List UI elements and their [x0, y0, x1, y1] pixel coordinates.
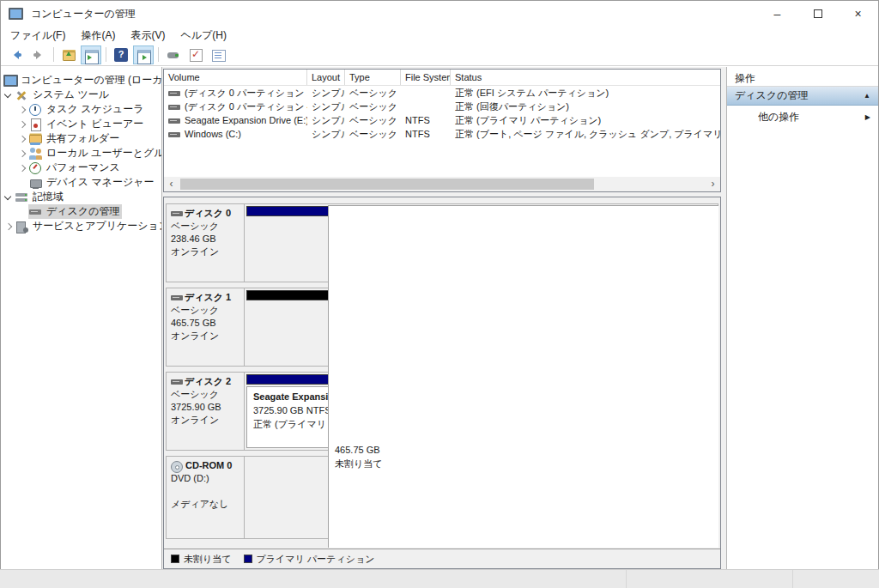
up-folder-button[interactable]	[58, 45, 79, 64]
menu-view[interactable]: 表示(V)	[123, 27, 173, 45]
device-button[interactable]	[163, 45, 184, 64]
main-area: コンピューターの管理 (ローカル)システム ツールタスク スケジューライベント …	[1, 67, 878, 569]
disk-detail-line: ベーシック	[171, 388, 242, 401]
disk-label-disk-2[interactable]: ディスク 2ベーシック3725.90 GBオンライン	[167, 373, 245, 450]
scroll-right-arrow[interactable]: ›	[706, 178, 720, 191]
tree-item-label: ローカル ユーザーとグループ	[46, 146, 162, 161]
cell-text: ベーシック	[349, 114, 397, 127]
minimize-button[interactable]: –	[757, 1, 797, 27]
disk-name: ディスク 1	[171, 291, 242, 304]
partition-color-bar	[246, 206, 330, 216]
cell-text: 正常 (ブート, ページ ファイル, クラッシュ ダンプ, プライマリ パーティ…	[455, 128, 721, 141]
tree-item-system-tools[interactable]: システム ツール	[1, 88, 161, 102]
tree-item-label: サービスとアプリケーション	[33, 219, 162, 233]
legend-label: 未割り当て	[184, 553, 232, 566]
actions-pane: 操作 ディスクの管理 ▲ 他の操作 ▶	[726, 67, 878, 569]
disk-label-disk-0[interactable]: ディスク 0ベーシック238.46 GBオンライン	[167, 204, 245, 282]
volume-row[interactable]: Windows (C:)シンプルベーシックNTFS正常 (ブート, ページ ファ…	[164, 127, 720, 141]
disk-label-cdrom-0[interactable]: CD-ROM 0DVD (D:) メディアなし	[167, 457, 245, 538]
menu-help[interactable]: ヘルプ(H)	[173, 27, 234, 45]
collapse-arrow-icon[interactable]: ▲	[864, 92, 870, 100]
expander-collapsed-icon[interactable]	[16, 134, 28, 144]
disk-detail-line: メディアなし	[171, 498, 242, 511]
expander-collapsed-icon[interactable]	[16, 119, 28, 130]
expander-collapsed-icon[interactable]	[16, 163, 28, 173]
cell-text: 正常 (回復パーティション)	[455, 100, 569, 113]
partition[interactable]: 260 MB正常 (EFI システム パーティション)	[246, 206, 330, 280]
tree-item-disk-management[interactable]: ディスクの管理	[1, 204, 161, 219]
tree-item-content: ディスクの管理	[28, 204, 122, 219]
cell-layout: シンプル	[307, 87, 345, 100]
tree-item-content: イベント ビューアー	[28, 117, 146, 131]
close-button[interactable]: ×	[838, 1, 878, 27]
disk-name-text: CD-ROM 0	[185, 459, 232, 472]
cell-volume: (ディスク 0 パーティション 1)	[164, 87, 307, 100]
scrollbar-thumb[interactable]	[180, 179, 594, 190]
cell-text: 正常 (EFI システム パーティション)	[455, 87, 609, 100]
tree-item-task-scheduler[interactable]: タスク スケジューラ	[1, 102, 161, 117]
volume-table-header: VolumeLayoutTypeFile SystemStatus	[164, 70, 720, 86]
volume-drive-icon	[168, 118, 180, 125]
legend-item: プライマリ パーティション	[244, 553, 375, 566]
help-button[interactable]	[111, 45, 131, 64]
tree-item-content: 共有フォルダー	[28, 131, 122, 146]
expander-expanded-icon[interactable]	[3, 90, 15, 100]
cell-text: 正常 (プライマリ パーティション)	[455, 114, 601, 127]
column-header-status[interactable]: Status	[451, 70, 721, 85]
tree-item-storage[interactable]: 記憶域	[1, 190, 161, 204]
more-actions-item[interactable]: 他の操作 ▶	[727, 106, 878, 128]
actions-pane-title: 操作	[727, 67, 878, 87]
expander-expanded-icon[interactable]	[3, 192, 15, 203]
menu-action[interactable]: 操作(A)	[73, 27, 123, 45]
tree-item-label: デバイス マネージャー	[46, 175, 155, 190]
action-pane-toggle-button[interactable]	[133, 45, 154, 64]
menu-bar: ファイル(F)操作(A)表示(V)ヘルプ(H)	[1, 27, 878, 44]
legend-item: 未割り当て	[171, 553, 232, 566]
disk-detail-line: ベーシック	[171, 304, 242, 317]
column-header-volume[interactable]: Volume	[164, 70, 307, 85]
cell-text: ベーシック	[349, 100, 397, 113]
tree-item-label: システム ツール	[33, 88, 109, 102]
tree-item-event-viewer[interactable]: イベント ビューアー	[1, 117, 161, 131]
center-pane: VolumeLayoutTypeFile SystemStatus (ディスク …	[163, 67, 721, 569]
menu-file[interactable]: ファイル(F)	[3, 27, 73, 45]
column-header-layout[interactable]: Layout	[307, 70, 345, 85]
volume-row[interactable]: (ディスク 0 パーティション 1)シンプルベーシック正常 (EFI システム …	[164, 86, 720, 100]
tree-item-device-manager[interactable]: デバイス マネージャー	[1, 175, 161, 190]
tree-item-local-users-groups[interactable]: ローカル ユーザーとグループ	[1, 146, 161, 161]
actions-section-disk-management[interactable]: ディスクの管理 ▲	[727, 87, 878, 106]
taskbar-strip	[0, 569, 879, 588]
back-button[interactable]	[6, 45, 27, 64]
tree-item-performance[interactable]: パフォーマンス	[1, 161, 161, 175]
list-icon	[211, 48, 225, 62]
tree-item-computer-management-root[interactable]: コンピューターの管理 (ローカル)	[1, 73, 161, 88]
check-button[interactable]	[185, 45, 206, 64]
tree-item-services-applications[interactable]: サービスとアプリケーション	[1, 219, 161, 233]
cell-status: 正常 (プライマリ パーティション)	[451, 114, 721, 127]
volume-row[interactable]: (ディスク 0 パーティション 4)シンプルベーシック正常 (回復パーティション…	[164, 100, 720, 113]
scroll-left-arrow[interactable]: ‹	[164, 178, 179, 191]
shared-folder-icon	[29, 133, 42, 145]
expander-collapsed-icon[interactable]	[16, 105, 28, 115]
maximize-button[interactable]	[797, 1, 838, 27]
partition[interactable]: 465.75 GB未割り当て	[246, 290, 658, 364]
disk-detail-line	[171, 485, 242, 498]
expander-collapsed-icon[interactable]	[3, 221, 15, 232]
console-tree-toggle-button[interactable]	[81, 45, 101, 64]
expander-collapsed-icon[interactable]	[16, 149, 28, 159]
disk-name-text: ディスク 2	[185, 375, 231, 388]
maximize-icon	[814, 9, 822, 18]
forward-button[interactable]	[28, 45, 49, 64]
disk-label-disk-1[interactable]: ディスク 1ベーシック465.75 GBオンライン	[167, 288, 245, 366]
column-header-file-system[interactable]: File System	[401, 70, 451, 85]
column-header-type[interactable]: Type	[345, 70, 401, 85]
tree-item-content: システム ツール	[15, 88, 112, 102]
properties-list-button[interactable]	[208, 45, 228, 64]
tree-item-label: タスク スケジューラ	[46, 102, 144, 117]
cell-text: シンプル	[312, 128, 345, 141]
action-window-icon	[136, 48, 150, 62]
horizontal-scrollbar[interactable]: ‹ ›	[164, 177, 720, 191]
cell-text: ベーシック	[349, 128, 397, 141]
volume-row[interactable]: Seagate Expansion Drive (E:)シンプルベーシックNTF…	[164, 113, 720, 127]
tree-item-shared-folders[interactable]: 共有フォルダー	[1, 131, 161, 146]
